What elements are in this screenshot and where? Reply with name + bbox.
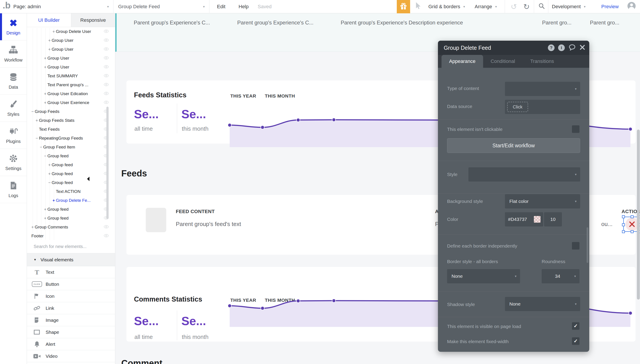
comment-icon[interactable] [568, 44, 576, 52]
eye-icon[interactable] [104, 56, 109, 61]
expand-icon[interactable]: + [31, 225, 35, 230]
type-of-content-dropdown[interactable]: ▾ [505, 82, 580, 96]
palette-item-link[interactable]: Link [27, 302, 115, 314]
palette-item-icon[interactable]: Icon [27, 290, 115, 302]
resize-handle[interactable] [631, 230, 633, 233]
tree-item[interactable]: +Group User Edication [27, 89, 115, 98]
tree-item[interactable]: −Group Feed Item [27, 143, 115, 152]
property-editor-header[interactable]: Group Delete Feed ? i [438, 41, 589, 55]
expand-icon[interactable]: + [36, 118, 39, 123]
palette-item-text[interactable]: TText [27, 266, 115, 278]
tab-this-year[interactable]: THIS YEAR [230, 93, 256, 99]
tree-item[interactable]: +Group Delete User [27, 27, 115, 36]
info-icon[interactable]: i [558, 44, 565, 51]
tree-scrollbar[interactable] [106, 107, 109, 219]
resize-handle[interactable] [622, 230, 625, 233]
palette-item-video[interactable]: Video [27, 350, 115, 362]
search-button[interactable] [536, 0, 547, 13]
color-field[interactable]: #D43737 [505, 212, 543, 226]
color-swatch[interactable] [534, 216, 541, 223]
menu-help[interactable]: Help [239, 0, 249, 13]
account-button[interactable] [626, 0, 637, 13]
border-style-dropdown[interactable]: None ▾ [447, 269, 520, 283]
rail-item-settings[interactable]: Settings [0, 149, 27, 176]
expand-icon[interactable]: + [44, 216, 47, 221]
element-selector-dropdown[interactable]: Group Delete Feed ▾ [114, 0, 209, 13]
shadow-style-dropdown[interactable]: None ▾ [505, 297, 580, 311]
gift-button[interactable] [397, 0, 410, 13]
roundness-dropdown[interactable]: 34 ▾ [542, 269, 579, 283]
menu-edit[interactable]: Edit [217, 0, 226, 13]
tree-item[interactable]: +Group User Exerience [27, 98, 115, 107]
expand-icon[interactable]: + [53, 198, 56, 203]
help-icon[interactable]: ? [548, 44, 555, 51]
tree-item[interactable]: −Group feed [27, 152, 115, 160]
tree-item[interactable]: +Group User [27, 36, 115, 45]
tree-item[interactable]: Text SUMMARY [27, 72, 115, 80]
expand-icon[interactable]: + [48, 47, 52, 52]
border-independent-checkbox[interactable] [572, 242, 579, 250]
preview-button[interactable]: Preview [601, 0, 619, 13]
collapse-icon[interactable]: − [36, 136, 39, 141]
resize-handle[interactable] [631, 215, 633, 218]
tab-conditional[interactable]: Conditional [483, 55, 523, 68]
expand-icon[interactable]: + [48, 172, 52, 176]
tab-responsive[interactable]: Responsive [71, 13, 115, 27]
eye-icon[interactable] [104, 234, 109, 239]
tree-item[interactable]: +Group feed [27, 205, 115, 214]
palette-item-image[interactable]: JPGImage [27, 314, 115, 326]
expand-icon[interactable]: + [48, 163, 52, 167]
rail-item-data[interactable]: Data [0, 68, 27, 95]
collapse-icon[interactable]: − [48, 180, 52, 185]
expand-icon[interactable]: + [48, 38, 52, 43]
expand-icon[interactable]: + [44, 207, 47, 212]
data-source-click-button[interactable]: Click [507, 102, 528, 112]
environment-dropdown[interactable]: Development▾ [552, 0, 585, 13]
eye-icon[interactable] [104, 83, 109, 88]
eye-icon[interactable] [104, 225, 109, 230]
rail-item-styles[interactable]: Styles [0, 95, 27, 122]
palette-item-shape[interactable]: Shape [27, 326, 115, 338]
tree-item[interactable]: +Group User [27, 54, 115, 63]
resize-handle[interactable] [622, 215, 625, 218]
tree-item[interactable]: −Group feed [27, 178, 115, 187]
expand-icon[interactable]: + [53, 29, 56, 34]
expand-icon[interactable]: + [44, 92, 47, 96]
eye-icon[interactable] [104, 92, 109, 96]
tree-item[interactable]: Text Parent group's ... [27, 80, 115, 89]
inspector-scrollbar[interactable] [587, 227, 588, 263]
tree-item[interactable]: Text Feeds [27, 125, 115, 134]
tree-item[interactable]: +Group feed [27, 214, 115, 223]
not-clickable-checkbox[interactable] [572, 125, 579, 133]
tree-item[interactable]: +Group Comments [27, 223, 115, 232]
visual-elements-section-header[interactable]: ▼ Visual elements [27, 253, 115, 266]
redo-button[interactable]: ↻ [521, 0, 532, 13]
eye-icon[interactable] [104, 47, 109, 52]
style-dropdown[interactable]: ▾ [469, 167, 580, 182]
search-input[interactable] [27, 240, 115, 253]
tab-this-month[interactable]: THIS MONTH [265, 93, 295, 99]
tree-item[interactable]: +Group User [27, 45, 115, 54]
rail-item-logs[interactable]: Logs [0, 176, 27, 203]
eye-icon[interactable] [104, 29, 109, 34]
eye-icon[interactable] [104, 100, 109, 105]
collapse-icon[interactable]: − [44, 154, 47, 158]
palette-item-button[interactable]: CLICKButton [27, 278, 115, 290]
delete-x-icon[interactable] [625, 218, 638, 231]
expand-icon[interactable]: + [44, 56, 47, 61]
property-editor[interactable]: Group Delete Feed ? i Appearance Conditi… [438, 41, 589, 352]
palette-item-alert[interactable]: Alert [27, 338, 115, 350]
start-edit-workflow-button[interactable]: Start/Edit workflow [447, 138, 580, 153]
expand-icon[interactable]: + [44, 65, 47, 70]
tab-transitions[interactable]: Transitions [523, 55, 562, 68]
tree-item[interactable]: −Group Feeds [27, 107, 115, 116]
rail-item-plugins[interactable]: Plugins [0, 122, 27, 149]
data-source-field[interactable]: Click [505, 100, 580, 114]
expand-icon[interactable]: + [44, 100, 47, 105]
tree-item[interactable]: +Group Feeds Stats [27, 116, 115, 125]
color-alpha-field[interactable]: 10 [544, 212, 562, 226]
collapse-icon[interactable]: − [40, 145, 43, 150]
canvas-scrollbar[interactable] [637, 130, 640, 300]
tree-item[interactable]: +Group feed [27, 160, 115, 169]
collapse-panel-arrow[interactable] [87, 177, 89, 181]
